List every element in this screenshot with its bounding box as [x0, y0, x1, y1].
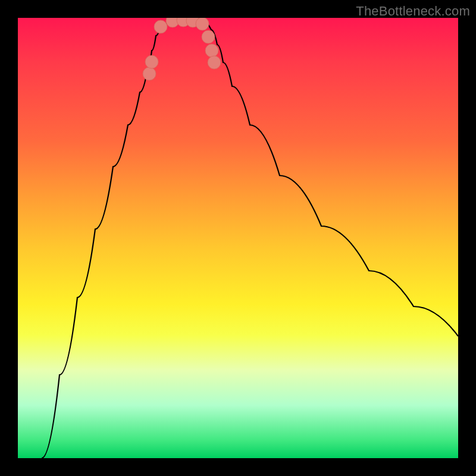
marker-dot — [143, 67, 156, 80]
marker-dot — [145, 55, 158, 68]
left-curve — [42, 20, 187, 458]
chart-frame: TheBottleneck.com — [0, 0, 476, 476]
marker-dot — [154, 20, 167, 33]
watermark-text: TheBottleneck.com — [356, 4, 470, 19]
chart-plot-area — [18, 18, 458, 458]
marker-dot — [202, 30, 215, 43]
marker-dot — [205, 44, 218, 57]
marker-dot — [208, 56, 221, 69]
right-curve — [187, 20, 458, 336]
marker-dots-group — [143, 18, 221, 80]
marker-dot — [196, 18, 209, 30]
chart-svg — [18, 18, 458, 458]
